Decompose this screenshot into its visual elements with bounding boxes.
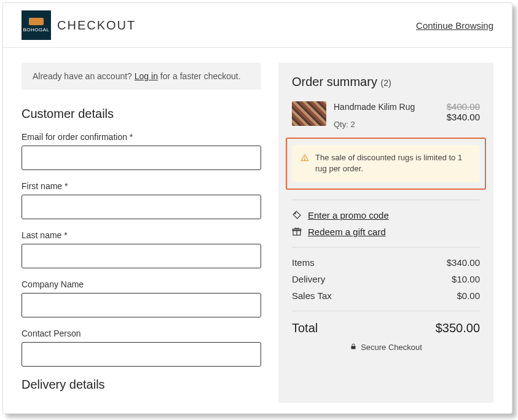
product-thumbnail	[292, 101, 326, 126]
login-link[interactable]: Log in	[135, 71, 158, 81]
contact-person-field[interactable]	[22, 342, 261, 367]
continue-browsing-link[interactable]: Continue Browsing	[416, 20, 493, 31]
lock-icon	[350, 343, 357, 352]
gift-card-row[interactable]: Redeem a gift card	[292, 227, 480, 237]
tag-icon	[292, 210, 302, 220]
page-title: CHECKOUT	[57, 18, 136, 33]
svg-point-1	[305, 160, 305, 160]
company-field[interactable]	[22, 293, 261, 317]
tax-value: $0.00	[457, 290, 480, 301]
product-qty: Qty: 2	[334, 120, 439, 129]
delivery-details-heading: Delivery details	[22, 378, 261, 392]
items-value: $340.00	[447, 257, 480, 268]
svg-point-2	[294, 212, 296, 214]
tax-label: Sales Tax	[292, 290, 332, 301]
gift-icon	[292, 227, 302, 236]
divider	[292, 200, 480, 200]
last-name-label: Last name *	[22, 230, 261, 240]
account-suffix: for a faster checkout.	[158, 71, 241, 81]
header: BOHOGAL CHECKOUT Continue Browsing	[3, 3, 512, 48]
company-label: Company Name	[22, 279, 261, 289]
contact-person-label: Contact Person	[22, 329, 261, 338]
customer-details-heading: Customer details	[22, 107, 261, 121]
secure-text: Secure Checkout	[361, 343, 422, 352]
first-name-label: First name *	[22, 181, 261, 191]
line-item: Handmade Kilim Rug Qty: 2 $400.00 $340.0…	[292, 101, 480, 129]
promo-code-link[interactable]: Enter a promo code	[308, 210, 389, 220]
divider	[292, 311, 480, 311]
product-name: Handmade Kilim Rug	[334, 101, 439, 112]
svg-rect-5	[292, 229, 300, 231]
order-summary-title-text: Order summary	[292, 75, 377, 88]
logo-icon	[29, 18, 44, 25]
email-field[interactable]	[22, 146, 261, 170]
gift-card-link[interactable]: Redeem a gift card	[308, 227, 386, 237]
order-summary-panel: Order summary (2) Handmade Kilim Rug Qty…	[278, 63, 493, 403]
delivery-value: $10.00	[452, 274, 480, 284]
items-line: Items $340.00	[292, 257, 480, 268]
product-original-price: $400.00	[447, 101, 480, 112]
warning-text: The sale of discounted rugs is limited t…	[315, 152, 471, 174]
warning-icon	[300, 154, 309, 162]
account-prefix: Already have an account?	[33, 71, 135, 81]
total-label: Total	[292, 321, 318, 335]
first-name-field[interactable]	[22, 195, 261, 219]
svg-rect-6	[351, 346, 356, 349]
warning-message: The sale of discounted rugs is limited t…	[292, 145, 480, 182]
logo-text: BOHOGAL	[23, 27, 49, 33]
delivery-line: Delivery $10.00	[292, 274, 480, 284]
warning-highlight: The sale of discounted rugs is limited t…	[286, 138, 486, 189]
total-value: $350.00	[436, 321, 480, 335]
divider	[292, 247, 480, 247]
account-prompt: Already have an account? Log in for a fa…	[22, 63, 261, 90]
delivery-label: Delivery	[292, 274, 325, 284]
brand: BOHOGAL CHECKOUT	[22, 10, 136, 40]
promo-code-row[interactable]: Enter a promo code	[292, 210, 480, 220]
email-label: Email for order confirmation *	[22, 132, 261, 142]
tax-line: Sales Tax $0.00	[292, 290, 480, 301]
logo: BOHOGAL	[22, 10, 51, 40]
last-name-field[interactable]	[22, 244, 261, 268]
product-price: $340.00	[447, 112, 480, 122]
secure-checkout: Secure Checkout	[292, 343, 480, 352]
total-line: Total $350.00	[292, 321, 480, 335]
order-summary-title: Order summary (2)	[292, 75, 480, 89]
order-summary-count: (2)	[380, 78, 391, 88]
items-label: Items	[292, 257, 315, 268]
